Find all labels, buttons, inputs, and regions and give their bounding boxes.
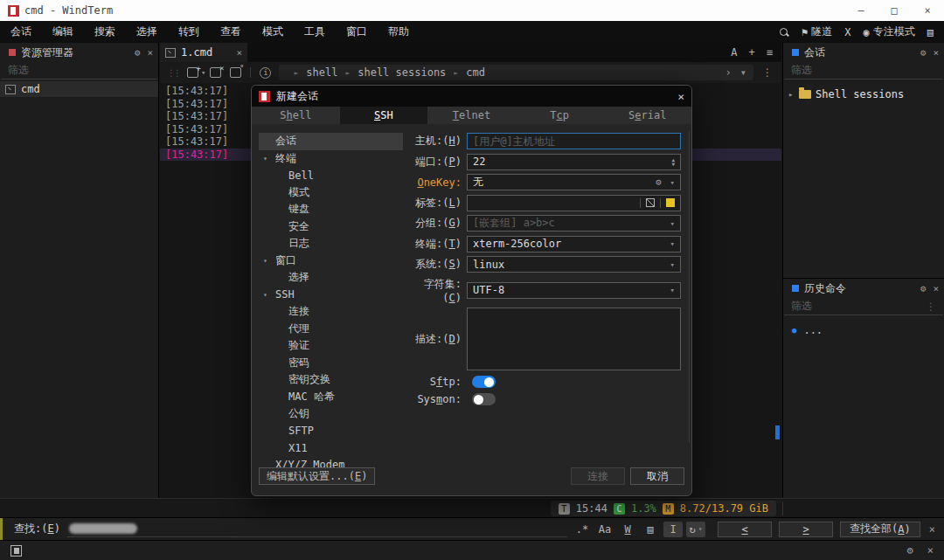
- cursor-mode-toggle[interactable]: I: [663, 522, 683, 537]
- close-icon[interactable]: ×: [933, 283, 939, 294]
- menu-select[interactable]: 选择: [126, 21, 168, 43]
- gear-icon[interactable]: ⚙: [907, 544, 913, 557]
- breadcrumb-expand-icon[interactable]: ▾: [740, 66, 746, 79]
- chevron-down-icon[interactable]: ▾: [263, 257, 275, 265]
- minimize-button[interactable]: —: [844, 0, 878, 21]
- breadcrumb-cmd[interactable]: cmd: [466, 66, 485, 79]
- more-icon[interactable]: ⋮: [926, 301, 936, 313]
- edit-defaults-button[interactable]: 编辑默认设置...(E): [259, 467, 375, 485]
- tree-item-verify[interactable]: 验证: [259, 337, 403, 355]
- charset-select[interactable]: UTF-8 ▾: [467, 282, 681, 299]
- port-field[interactable]: 22 ▲ ▼: [467, 154, 681, 170]
- layout-icon[interactable]: ▤: [927, 26, 934, 38]
- new-session-icon[interactable]: +: [187, 67, 198, 78]
- tree-item-mode[interactable]: 模式: [259, 184, 403, 202]
- tree-item-pubkey[interactable]: 公钥: [259, 405, 403, 423]
- tree-item-terminal[interactable]: ▾终端: [259, 150, 403, 168]
- menu-tools[interactable]: 工具: [294, 21, 336, 43]
- breadcrumb-forward-icon[interactable]: ›: [725, 66, 732, 79]
- tunnel-button[interactable]: ⚑ 隧道: [802, 24, 832, 39]
- tree-item-sftp[interactable]: SFTP: [259, 423, 403, 440]
- find-input[interactable]: [67, 522, 567, 537]
- tree-item-kex[interactable]: 密钥交换: [259, 371, 403, 389]
- gear-icon[interactable]: ⚙: [656, 176, 662, 188]
- gear-icon[interactable]: ⚙: [920, 283, 927, 294]
- sessions-folder-item[interactable]: ▸ Shell sessions: [783, 86, 944, 102]
- menu-view[interactable]: 查看: [210, 21, 252, 43]
- tree-item-password[interactable]: 密码: [259, 355, 403, 372]
- gear-icon[interactable]: ⚙: [135, 47, 141, 59]
- scrollbar-indicator[interactable]: [775, 425, 780, 439]
- duplicate-session-icon[interactable]: °: [230, 67, 241, 78]
- explorer-filter[interactable]: 筛选: [1, 62, 157, 80]
- tree-item-keyboard[interactable]: 键盘: [259, 201, 403, 218]
- menu-goto[interactable]: 转到: [168, 21, 210, 43]
- menu-session[interactable]: 会话: [0, 21, 42, 43]
- connect-button[interactable]: 连接: [571, 467, 625, 485]
- gear-icon[interactable]: ⚙: [920, 47, 927, 59]
- chevron-right-icon[interactable]: ▸: [788, 90, 799, 99]
- tree-item-mac[interactable]: MAC 哈希: [259, 389, 403, 406]
- find-all-button[interactable]: 查找全部(A): [840, 522, 920, 537]
- tag-field[interactable]: [467, 195, 681, 211]
- tab-close-icon[interactable]: ×: [236, 47, 242, 59]
- cancel-button[interactable]: 取消: [630, 467, 684, 485]
- close-icon[interactable]: ×: [147, 47, 153, 59]
- tab-tcp[interactable]: Tcp: [516, 107, 604, 124]
- close-session-icon[interactable]: ×: [210, 67, 221, 78]
- explorer-item-cmd[interactable]: cmd: [0, 81, 158, 97]
- group-select[interactable]: [嵌套组] a>b>c ▾: [467, 215, 681, 232]
- new-session-dropdown-icon[interactable]: ▾: [201, 68, 205, 77]
- search-icon[interactable]: [779, 27, 789, 38]
- new-tab-button[interactable]: +: [749, 46, 755, 59]
- tab-serial[interactable]: Serial: [603, 107, 691, 124]
- close-icon[interactable]: ×: [927, 544, 934, 557]
- tab-menu-icon[interactable]: ≡: [767, 46, 773, 59]
- description-textarea[interactable]: [467, 308, 681, 370]
- breadcrumb-shell-sessions[interactable]: shell sessions: [357, 66, 446, 79]
- sftp-toggle[interactable]: [472, 376, 496, 388]
- grip-handle[interactable]: ⋮⋮: [167, 68, 179, 78]
- tree-item-session[interactable]: 会话: [259, 133, 403, 150]
- wrap-around-toggle[interactable]: ↻ ▾: [686, 522, 705, 537]
- history-item[interactable]: ● ...: [783, 322, 944, 338]
- maximize-button[interactable]: □: [878, 0, 911, 21]
- host-field[interactable]: [467, 133, 681, 149]
- tree-item-window[interactable]: ▾窗口: [259, 252, 403, 270]
- onekey-select[interactable]: 无 ⚙ ▾: [467, 174, 681, 190]
- close-button[interactable]: ×: [911, 0, 944, 21]
- sysmon-toggle[interactable]: [472, 393, 496, 405]
- find-next-button[interactable]: >: [779, 522, 833, 537]
- find-close-icon[interactable]: ×: [929, 523, 935, 536]
- chevron-down-icon[interactable]: ▾: [263, 155, 275, 162]
- history-filter[interactable]: 筛选 ⋮: [784, 298, 943, 315]
- console-icon[interactable]: [10, 545, 22, 557]
- tab-telnet[interactable]: Telnet: [427, 107, 516, 124]
- tree-item-ssh[interactable]: ▾SSH: [259, 287, 403, 304]
- tree-item-bell[interactable]: Bell: [259, 167, 403, 184]
- breadcrumb[interactable]: ► shell ► shell sessions ► cmd › ▾: [279, 65, 753, 80]
- spin-down-icon[interactable]: ▼: [671, 162, 675, 166]
- host-input[interactable]: [473, 135, 675, 148]
- whole-word-toggle[interactable]: W: [618, 522, 637, 537]
- menu-mode[interactable]: 模式: [252, 21, 294, 43]
- menu-edit[interactable]: 编辑: [42, 21, 84, 43]
- focus-mode-button[interactable]: ◉ 专注模式: [864, 24, 915, 39]
- regex-toggle[interactable]: .*: [573, 522, 592, 537]
- tree-item-select[interactable]: 选择: [259, 269, 403, 287]
- toolbar-more-icon[interactable]: ⋮: [762, 66, 773, 79]
- close-icon[interactable]: ×: [933, 47, 939, 59]
- tree-item-security[interactable]: 安全: [259, 218, 403, 236]
- info-icon[interactable]: i: [260, 67, 271, 79]
- menu-help[interactable]: 帮助: [378, 21, 420, 43]
- x-mode-button[interactable]: X: [844, 26, 850, 38]
- find-previous-button[interactable]: <: [718, 522, 772, 537]
- font-size-button[interactable]: A: [731, 46, 737, 59]
- tree-item-log[interactable]: 日志: [259, 235, 403, 252]
- breadcrumb-shell[interactable]: shell: [306, 66, 337, 79]
- menu-window[interactable]: 窗口: [336, 21, 378, 43]
- system-select[interactable]: linux ▾: [467, 256, 681, 273]
- tab-shell[interactable]: Shell: [252, 107, 340, 124]
- tab-ssh[interactable]: SSH: [340, 107, 428, 124]
- port-spinner[interactable]: ▲ ▼: [671, 157, 675, 166]
